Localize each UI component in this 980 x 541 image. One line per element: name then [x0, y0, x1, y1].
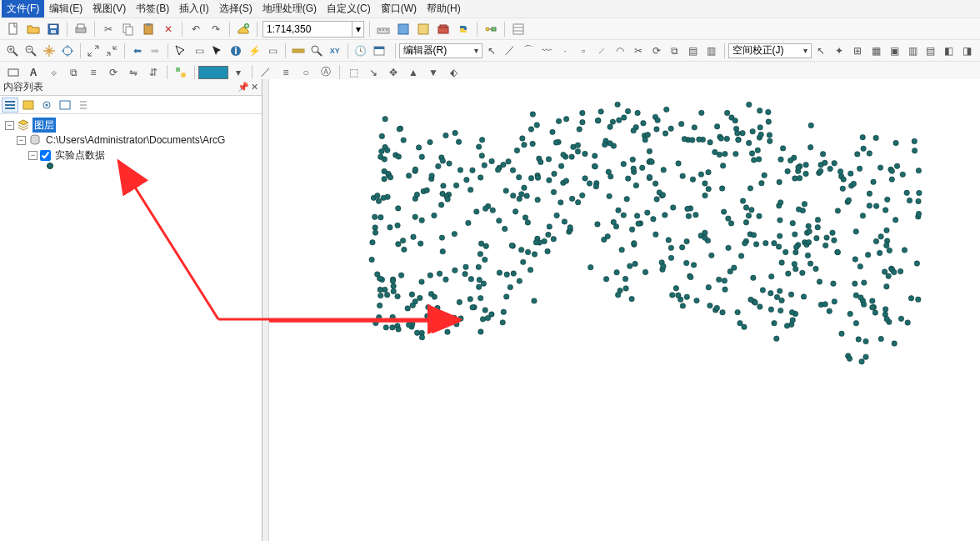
svg-point-371: [676, 293, 681, 298]
toc-tab-selection[interactable]: [57, 98, 73, 113]
svg-point-316: [563, 117, 568, 122]
spatial-adjustment-dropdown[interactable]: 空间校正(J) ▾: [728, 43, 812, 58]
identify-icon[interactable]: i: [228, 42, 244, 60]
collapse-icon[interactable]: −: [28, 151, 38, 160]
time-slider-icon[interactable]: 🕓: [352, 42, 369, 60]
svg-point-445: [796, 165, 801, 170]
html-popup-icon[interactable]: ▭: [264, 42, 281, 60]
svg-point-642: [832, 238, 837, 243]
zoom-out-icon[interactable]: [22, 42, 39, 60]
select-features-icon[interactable]: [172, 42, 189, 60]
map-canvas[interactable]: [269, 79, 980, 541]
fill-color-swatch[interactable]: [198, 66, 228, 79]
clear-selection-icon[interactable]: ▭: [191, 42, 208, 60]
select-elements-icon[interactable]: [209, 42, 226, 60]
svg-point-154: [482, 308, 488, 313]
svg-point-571: [398, 273, 403, 278]
editor-dropdown[interactable]: 编辑器(R) ▾: [399, 43, 483, 58]
adjust-preview-icon: ◧: [941, 42, 958, 60]
copy-icon[interactable]: [119, 20, 138, 38]
fixed-zoom-in-icon[interactable]: [85, 42, 102, 60]
model-builder-icon[interactable]: [482, 20, 500, 38]
print-icon[interactable]: [72, 20, 90, 38]
delete-icon[interactable]: ✕: [159, 20, 178, 38]
svg-point-385: [502, 226, 508, 231]
tree-layer-item[interactable]: − 实验点数据: [28, 148, 257, 163]
toc-tab-drawing-order[interactable]: [2, 98, 18, 113]
hyperlink-icon[interactable]: ⚡: [246, 42, 262, 60]
chevron-down-icon[interactable]: ▾: [352, 22, 363, 37]
find-icon[interactable]: [308, 42, 325, 60]
svg-point-320: [396, 327, 401, 332]
prev-extent-icon[interactable]: ⬅: [129, 42, 146, 60]
menu-file[interactable]: 文件(F): [2, 0, 44, 18]
svg-point-613: [577, 127, 582, 132]
collapse-icon[interactable]: −: [17, 136, 26, 145]
menu-customize[interactable]: 自定义(C): [322, 0, 376, 18]
svg-point-513: [598, 109, 603, 114]
svg-point-363: [379, 133, 384, 138]
table-of-contents-icon[interactable]: [509, 20, 528, 38]
svg-point-250: [441, 183, 446, 188]
toc-header: 内容列表 📌 ✕: [0, 79, 262, 96]
svg-point-548: [419, 154, 424, 159]
svg-point-594: [490, 208, 495, 213]
open-icon[interactable]: [24, 20, 42, 38]
toc-tab-source[interactable]: [20, 98, 37, 113]
svg-point-481: [520, 136, 525, 141]
svg-point-161: [478, 251, 482, 256]
menu-select[interactable]: 选择(S): [214, 0, 258, 18]
python-icon[interactable]: [454, 20, 472, 38]
undo-icon[interactable]: ↶: [187, 20, 205, 38]
toc-tab-options[interactable]: [75, 98, 92, 113]
catalog-icon[interactable]: [394, 20, 412, 38]
svg-point-186: [746, 140, 751, 145]
collapse-icon[interactable]: −: [5, 121, 14, 130]
menu-edit[interactable]: 编辑(E): [44, 0, 88, 18]
search-window-icon[interactable]: [414, 20, 432, 38]
redo-icon[interactable]: ↷: [207, 20, 225, 38]
svg-point-94: [848, 311, 852, 316]
measure-icon[interactable]: [290, 42, 307, 60]
save-icon[interactable]: [44, 20, 62, 38]
select-arrow-icon[interactable]: ↖: [812, 42, 829, 60]
tree-root-layers[interactable]: − 图层: [5, 118, 257, 133]
editor-toolbar-icon[interactable]: [374, 20, 392, 38]
new-doc-icon[interactable]: [4, 20, 22, 38]
menu-help[interactable]: 帮助(H): [422, 0, 466, 18]
close-icon[interactable]: ✕: [251, 82, 258, 93]
menu-geoprocessing[interactable]: 地理处理(G): [258, 0, 322, 18]
pan-icon[interactable]: [41, 42, 58, 60]
next-extent-icon[interactable]: ➡: [147, 42, 163, 60]
tree-layer-symbol[interactable]: [47, 163, 257, 169]
add-data-icon[interactable]: [234, 20, 252, 38]
svg-point-410: [642, 138, 648, 143]
menu-view[interactable]: 视图(V): [88, 0, 131, 18]
scale-combo[interactable]: 1:714,350 ▾: [262, 21, 364, 38]
svg-point-535: [856, 337, 861, 342]
map-view[interactable]: [269, 79, 980, 541]
svg-point-549: [907, 198, 912, 203]
adjust-grid-icon: ▦: [868, 42, 884, 60]
arctoolbox-icon[interactable]: [434, 20, 452, 38]
zoom-in-icon[interactable]: [4, 42, 21, 60]
svg-point-256: [582, 176, 588, 181]
viewer-window-icon[interactable]: [371, 42, 388, 60]
cut-icon[interactable]: ✂: [99, 20, 118, 38]
paste-icon[interactable]: [139, 20, 158, 38]
splitter[interactable]: [262, 79, 269, 541]
fixed-zoom-out-icon[interactable]: [103, 42, 120, 60]
menu-insert[interactable]: 插入(I): [174, 0, 213, 18]
menu-window[interactable]: 窗口(W): [376, 0, 422, 18]
goto-xy-icon[interactable]: XY: [327, 42, 343, 60]
toc-tree: − 图层 − C:\Users\Administrator\Documents\…: [0, 114, 262, 173]
layer-visibility-checkbox[interactable]: [40, 150, 51, 161]
svg-point-233: [550, 129, 555, 134]
edit-tool-icon: ↖: [483, 42, 500, 60]
toc-tab-visibility[interactable]: [38, 98, 55, 113]
svg-point-540: [768, 273, 773, 278]
pin-icon[interactable]: 📌: [238, 82, 249, 93]
tree-data-frame[interactable]: − C:\Users\Administrator\Documents\ArcG: [17, 133, 257, 148]
full-extent-icon[interactable]: [59, 42, 76, 60]
menu-bookmarks[interactable]: 书签(B): [131, 0, 174, 18]
